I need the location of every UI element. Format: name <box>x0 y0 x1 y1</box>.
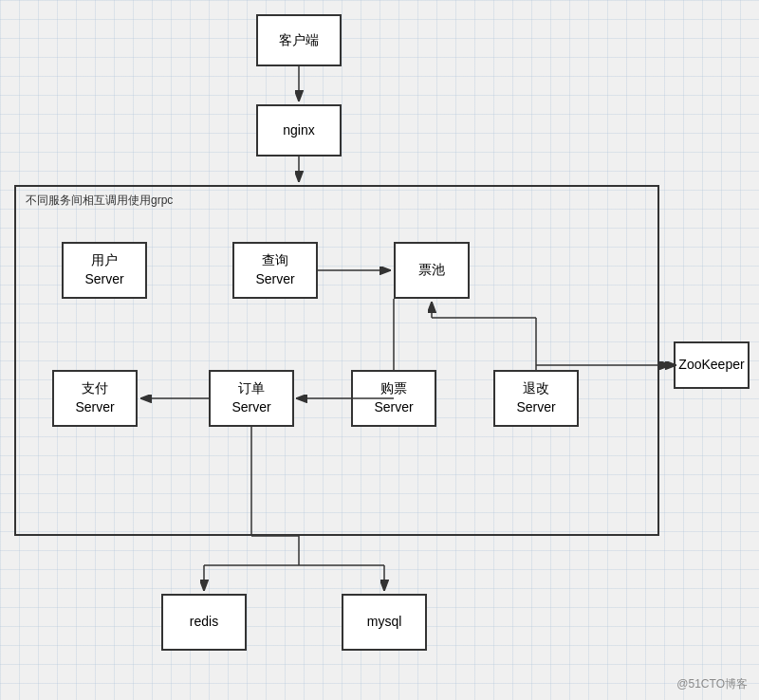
buy-server-label: 购票Server <box>374 379 413 416</box>
ticket-pool-box: 票池 <box>394 242 470 299</box>
main-container: 不同服务间相互调用使用grpc <box>14 185 659 536</box>
mysql-box: mysql <box>342 594 427 651</box>
client-box: 客户端 <box>256 14 342 66</box>
order-server-box: 订单Server <box>209 370 294 427</box>
order-server-label: 订单Server <box>231 379 270 416</box>
mysql-label: mysql <box>367 613 402 632</box>
redis-box: redis <box>161 594 247 651</box>
query-server-box: 查询Server <box>232 242 318 299</box>
pay-server-label: 支付Server <box>75 379 114 416</box>
pay-server-box: 支付Server <box>52 370 138 427</box>
nginx-box: nginx <box>256 104 342 157</box>
container-label: 不同服务间相互调用使用grpc <box>26 193 173 209</box>
refund-server-box: 退改Server <box>493 370 579 427</box>
zookeeper-box: ZooKeeper <box>674 341 750 389</box>
client-label: 客户端 <box>279 31 319 50</box>
nginx-label: nginx <box>283 121 314 140</box>
buy-server-box: 购票Server <box>351 370 436 427</box>
ticket-pool-label: 票池 <box>418 261 445 280</box>
user-server-label: 用户Server <box>84 251 123 288</box>
query-server-label: 查询Server <box>255 251 294 288</box>
refund-server-label: 退改Server <box>516 379 555 416</box>
redis-label: redis <box>190 613 218 632</box>
user-server-box: 用户Server <box>62 242 147 299</box>
watermark: @51CTO博客 <box>676 676 748 692</box>
zookeeper-label: ZooKeeper <box>678 356 744 375</box>
